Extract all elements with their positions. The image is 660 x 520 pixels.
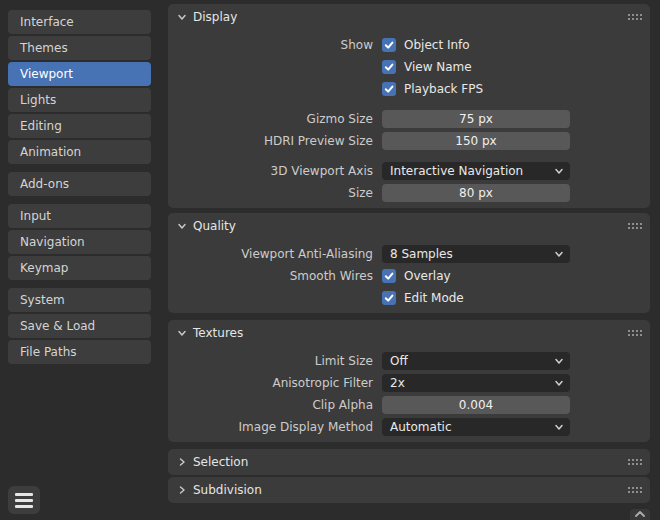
widget-area: Automatic [382,418,570,436]
check-icon [384,40,394,50]
dropdown-value: Automatic [390,420,554,434]
section-panel-display: DisplayShowObject InfoView NamePlayback … [168,4,650,208]
widget-area: Edit Mode [382,291,570,305]
dropdown-viewport-anti-aliasing[interactable]: 8 Samples [382,245,570,263]
row-label: Image Display Method [168,420,373,434]
drag-handle-dots[interactable] [627,329,642,337]
dropdown-limit-size[interactable]: Off [382,352,570,370]
section-header-subdivision[interactable]: Subdivision [168,477,650,503]
checkbox-view-name[interactable] [382,60,396,74]
sidebar-item-add-ons[interactable]: Add-ons [8,172,151,196]
field-value: 0.004 [459,398,493,412]
hamburger-icon [15,493,33,508]
preferences-main-region: DisplayShowObject InfoView NamePlayback … [168,0,650,520]
settings-row: ShowObject Info [168,34,650,56]
widget-area: Overlay [382,269,570,283]
sidebar-item-system[interactable]: System [8,288,151,312]
chevron-down-icon [554,378,564,388]
number-field-gizmo-size[interactable]: 75 px [382,110,570,128]
number-field-size[interactable]: 80 px [382,184,570,202]
chevron-right-icon [177,457,187,467]
sidebar-item-interface[interactable]: Interface [8,10,151,34]
dropdown-3d-viewport-axis[interactable]: Interactive Navigation [382,162,570,180]
sidebar-item-file-paths[interactable]: File Paths [8,340,151,364]
number-field-hdri-preview-size[interactable]: 150 px [382,132,570,150]
section-title: Selection [193,455,248,469]
check-icon [384,293,394,303]
check-icon [384,84,394,94]
widget-area: 0.004 [382,396,570,414]
section-header-textures[interactable]: Textures [168,320,650,346]
section-header-quality[interactable]: Quality [168,213,650,239]
settings-row: Gizmo Size75 px [168,108,650,130]
nav-group: Add-ons [8,172,151,196]
drag-handle-dots[interactable] [627,13,642,21]
section-title: Textures [193,326,243,340]
sidebar-item-themes[interactable]: Themes [8,36,151,60]
settings-row: Smooth WiresOverlay [168,265,650,287]
widget-area: 150 px [382,132,570,150]
sidebar-item-editing[interactable]: Editing [8,114,151,138]
settings-row: Anisotropic Filter2x [168,372,650,394]
chevron-down-icon [554,422,564,432]
section-panel-selection: Selection [168,449,650,475]
dropdown-anisotropic-filter[interactable]: 2x [382,374,570,392]
chevron-up-icon [634,509,646,519]
dropdown-value: Interactive Navigation [390,164,554,178]
row-label: Clip Alpha [168,398,373,412]
widget-area: 2x [382,374,570,392]
checkbox-playback-fps[interactable] [382,82,396,96]
sidebar-item-keymap[interactable]: Keymap [8,256,151,280]
check-icon [384,271,394,281]
section-header-display[interactable]: Display [168,4,650,30]
dropdown-value: 8 Samples [390,247,554,261]
number-field-clip-alpha[interactable]: 0.004 [382,396,570,414]
row-label: Size [168,186,373,200]
drag-handle-dots[interactable] [627,458,642,466]
row-label: Viewport Anti-Aliasing [168,247,373,261]
sidebar-item-lights[interactable]: Lights [8,88,151,112]
checkbox-label: Edit Mode [404,291,464,305]
section-header-selection[interactable]: Selection [168,449,650,475]
chevron-down-icon [177,12,187,22]
row-label: Smooth Wires [168,269,373,283]
settings-row: Limit SizeOff [168,350,650,372]
sidebar-item-save-load[interactable]: Save & Load [8,314,151,338]
dropdown-value: 2x [390,376,554,390]
widget-area: Object Info [382,38,570,52]
section-body: Limit SizeOffAnisotropic Filter2xClip Al… [168,346,650,438]
dropdown-image-display-method[interactable]: Automatic [382,418,570,436]
preferences-nav-sidebar: InterfaceThemesViewportLightsEditingAnim… [8,10,151,372]
dropdown-value: Off [390,354,554,368]
sidebar-item-animation[interactable]: Animation [8,140,151,164]
checkbox-overlay[interactable] [382,269,396,283]
field-value: 80 px [459,186,493,200]
preferences-menu-button[interactable] [8,486,40,514]
sidebar-item-navigation[interactable]: Navigation [8,230,151,254]
settings-row: Edit Mode [168,287,650,309]
widget-area: Interactive Navigation [382,162,570,180]
section-panel-quality: QualityViewport Anti-Aliasing8 SamplesSm… [168,213,650,313]
chevron-down-icon [554,356,564,366]
sidebar-item-viewport[interactable]: Viewport [8,62,151,86]
widget-area: 80 px [382,184,570,202]
settings-row: Size80 px [168,182,650,204]
nav-group: InputNavigationKeymap [8,204,151,280]
section-body: Viewport Anti-Aliasing8 SamplesSmooth Wi… [168,239,650,309]
scroll-up-indicator[interactable] [630,509,650,520]
settings-row: Image Display MethodAutomatic [168,416,650,438]
nav-group: SystemSave & LoadFile Paths [8,288,151,364]
nav-group: InterfaceThemesViewportLightsEditingAnim… [8,10,151,164]
checkbox-object-info[interactable] [382,38,396,52]
widget-area: Playback FPS [382,82,570,96]
sidebar-item-input[interactable]: Input [8,204,151,228]
drag-handle-dots[interactable] [627,222,642,230]
checkbox-edit-mode[interactable] [382,291,396,305]
chevron-right-icon [177,485,187,495]
drag-handle-dots[interactable] [627,486,642,494]
widget-area: Off [382,352,570,370]
settings-row: Clip Alpha0.004 [168,394,650,416]
check-icon [384,62,394,72]
checkbox-label: Object Info [404,38,470,52]
chevron-down-icon [177,328,187,338]
